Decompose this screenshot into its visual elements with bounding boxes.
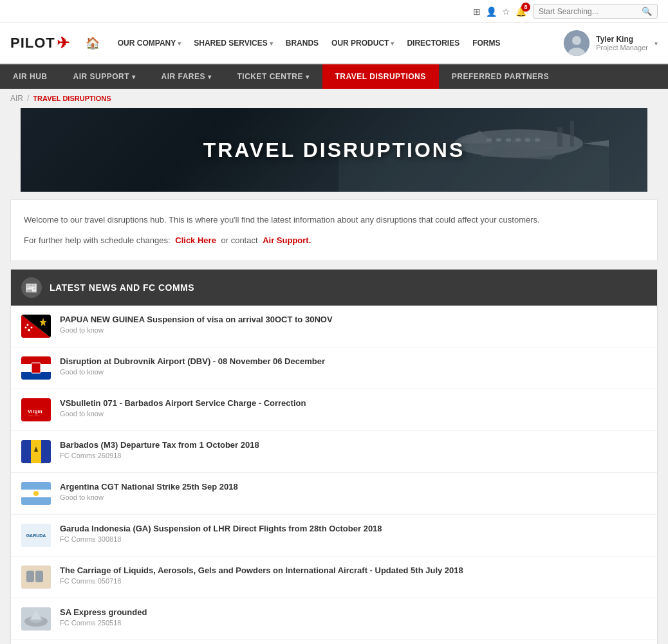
list-item[interactable]: The Carriage of Liquids, Aerosols, Gels … xyxy=(11,557,657,598)
breadcrumb-current: TRAVEL DISRUPTIONS xyxy=(33,95,111,102)
user-icon[interactable]: 👤 xyxy=(486,6,497,17)
svg-rect-33 xyxy=(41,440,51,463)
news-subtitle: Good to know xyxy=(60,326,647,334)
logo-text: PILOT xyxy=(10,35,55,51)
sec-nav-label: AIR HUB xyxy=(13,72,48,81)
notification-bell[interactable]: 🔔 8 xyxy=(515,6,526,17)
nav-label: SHARED SERVICES xyxy=(194,39,267,48)
list-item[interactable]: PAPUA NEW GUINEA Suspension of visa on a… xyxy=(11,306,657,347)
sec-nav-ticket-centre[interactable]: TICKET CENTRE ▾ xyxy=(225,64,322,89)
news-content: Barbados (M3) Departure Tax from 1 Octob… xyxy=(60,440,647,459)
news-title: Disruption at Dubrovnik Airport (DBV) - … xyxy=(60,356,647,366)
sec-nav-label: PREFERRED PARTNERS xyxy=(452,72,549,81)
news-thumbnail xyxy=(21,356,51,380)
list-item[interactable]: Argentina CGT National Strike 25th Sep 2… xyxy=(11,473,657,515)
nav-item-directories[interactable]: DIRECTORIES xyxy=(402,35,465,51)
news-content: Disruption at Dubrovnik Airport (DBV) - … xyxy=(60,356,647,376)
sec-nav-air-hub[interactable]: AIR HUB xyxy=(0,64,60,89)
chevron-down-icon: ▾ xyxy=(391,40,394,47)
news-thumbnail xyxy=(21,482,51,505)
list-item[interactable]: Travel Disruption: Heavy snow hits the U… xyxy=(11,640,657,644)
sec-nav-travel-disruptions[interactable]: TRAVEL DISRUPTIONS xyxy=(322,64,439,89)
nav-label: DIRECTORIES xyxy=(407,39,459,48)
list-item[interactable]: SA Express groundedFC Comms 250518 xyxy=(11,598,657,640)
sec-nav-label: AIR FARES xyxy=(162,72,206,81)
svg-rect-11 xyxy=(496,138,501,142)
home-icon[interactable]: 🏠 xyxy=(86,36,100,50)
news-content: VSbulletin 071 - Barbados Airport Servic… xyxy=(60,398,647,418)
news-thumbnail xyxy=(21,566,51,589)
list-item[interactable]: Disruption at Dubrovnik Airport (DBV) - … xyxy=(11,347,657,389)
top-bar: ⊞ 👤 ☆ 🔔 8 🔍 xyxy=(0,0,668,23)
news-title: Barbados (M3) Departure Tax from 1 Octob… xyxy=(60,440,647,450)
news-list: PAPUA NEW GUINEA Suspension of visa on a… xyxy=(11,306,657,644)
global-search[interactable]: 🔍 xyxy=(533,4,658,19)
user-role: Project Manager xyxy=(596,44,648,51)
nav-item-brands[interactable]: BRANDS xyxy=(281,35,324,51)
news-subtitle: FC Comms 260918 xyxy=(60,452,647,459)
nav-item-our-product[interactable]: OUR PRODUCT ▾ xyxy=(326,35,399,51)
nav-item-forms[interactable]: FORMS xyxy=(467,35,505,51)
svg-point-23 xyxy=(27,324,29,326)
news-title: VSbulletin 071 - Barbados Airport Servic… xyxy=(60,398,647,408)
chevron-down-icon: ▾ xyxy=(306,73,310,80)
sec-nav-label: TRAVEL DISRUPTIONS xyxy=(335,72,426,81)
avatar xyxy=(564,30,589,56)
sec-nav-air-support[interactable]: AIR SUPPORT ▾ xyxy=(60,64,149,89)
sec-nav-preferred-partners[interactable]: PREFERRED PARTNERS xyxy=(439,64,562,89)
click-here-link[interactable]: Click Here xyxy=(175,235,216,245)
intro-prefix: For further help with schedule changes: xyxy=(24,235,171,245)
sec-nav-air-fares[interactable]: AIR FARES ▾ xyxy=(149,64,225,89)
svg-rect-40 xyxy=(26,571,34,582)
chevron-down-icon: ▾ xyxy=(208,73,212,80)
nav-item-our-company[interactable]: OUR COMPANY ▾ xyxy=(113,35,186,51)
hero-banner: TRAVEL DISRUPTIONS xyxy=(21,108,647,192)
svg-point-20 xyxy=(28,329,30,331)
news-content: SA Express groundedFC Comms 250518 xyxy=(60,607,647,627)
list-item[interactable]: Barbados (M3) Departure Tax from 1 Octob… xyxy=(11,431,657,473)
sec-nav-label: AIR SUPPORT xyxy=(73,72,130,81)
news-content: Garuda Indonesia (GA) Suspension of LHR … xyxy=(60,524,647,543)
list-item[interactable]: GARUDAGaruda Indonesia (GA) Suspension o… xyxy=(11,515,657,557)
intro-box: Welcome to our travel disruptions hub. T… xyxy=(10,199,658,261)
news-thumbnail xyxy=(21,315,51,338)
svg-rect-12 xyxy=(506,138,511,142)
intro-or-contact: or contact xyxy=(221,235,257,245)
user-name: Tyler King xyxy=(596,35,648,44)
user-chevron-icon: ▾ xyxy=(654,40,658,47)
intro-line2: For further help with schedule changes: … xyxy=(24,234,644,248)
news-subtitle: FC Comms 050718 xyxy=(60,577,647,585)
breadcrumb: AIR / TRAVEL DISRUPTIONS xyxy=(0,89,668,108)
air-support-link[interactable]: Air Support. xyxy=(263,235,311,245)
svg-point-22 xyxy=(31,327,33,329)
chevron-down-icon: ▾ xyxy=(270,40,273,47)
news-thumbnail xyxy=(21,440,51,463)
svg-rect-15 xyxy=(535,138,540,142)
news-section-header: 📰 LATEST NEWS AND FC COMMS xyxy=(11,270,657,306)
nav-item-shared-services[interactable]: SHARED SERVICES ▾ xyxy=(189,35,277,51)
logo-arrow: ✈ xyxy=(57,34,70,52)
svg-point-1 xyxy=(572,36,581,45)
logo[interactable]: PILOT ✈ xyxy=(10,34,70,52)
breadcrumb-parent[interactable]: AIR xyxy=(10,94,23,103)
chevron-down-icon: ▾ xyxy=(178,40,181,47)
news-subtitle: FC Comms 250518 xyxy=(60,619,647,627)
search-input[interactable] xyxy=(539,7,642,16)
svg-point-38 xyxy=(33,491,39,496)
news-subtitle: Good to know xyxy=(60,493,647,501)
nav-label: OUR PRODUCT xyxy=(331,39,389,48)
svg-rect-10 xyxy=(487,138,492,142)
svg-rect-28 xyxy=(32,363,41,373)
news-section: 📰 LATEST NEWS AND FC COMMS PAPUA NEW GUI… xyxy=(10,269,658,644)
star-icon[interactable]: ☆ xyxy=(502,6,510,17)
svg-rect-13 xyxy=(515,138,521,142)
news-thumbnail xyxy=(21,607,51,630)
hero-title: TRAVEL DISRUPTIONS xyxy=(203,138,465,162)
list-item[interactable]: VirginatlanticVSbulletin 071 - Barbados … xyxy=(11,389,657,431)
news-title: PAPUA NEW GUINEA Suspension of visa on a… xyxy=(60,315,647,324)
news-thumbnail: GARUDA xyxy=(21,524,51,547)
grid-icon[interactable]: ⊞ xyxy=(473,6,481,17)
svg-point-21 xyxy=(25,327,27,329)
user-info[interactable]: Tyler King Project Manager xyxy=(596,35,648,51)
svg-rect-31 xyxy=(21,440,31,463)
